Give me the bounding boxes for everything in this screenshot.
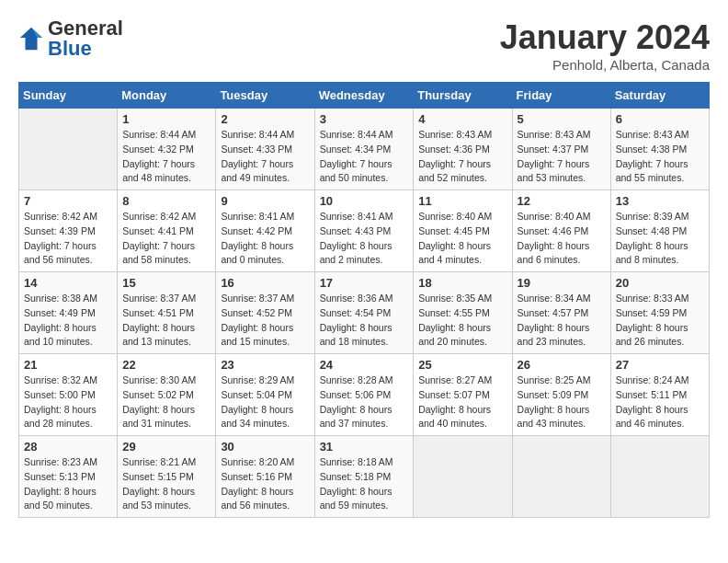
title-area: January 2024 Penhold, Alberta, Canada (500, 18, 710, 73)
calendar-table: SundayMondayTuesdayWednesdayThursdayFrid… (18, 82, 710, 518)
day-number: 4 (418, 112, 506, 126)
calendar-cell: 29Sunrise: 8:21 AMSunset: 5:15 PMDayligh… (118, 436, 216, 518)
day-info: Sunrise: 8:20 AMSunset: 5:16 PMDaylight:… (221, 455, 309, 513)
calendar-week-row: 1Sunrise: 8:44 AMSunset: 4:32 PMDaylight… (19, 109, 710, 190)
day-number: 2 (221, 112, 309, 126)
calendar-cell: 11Sunrise: 8:40 AMSunset: 4:45 PMDayligh… (414, 190, 512, 272)
day-number: 24 (320, 358, 409, 372)
day-number: 5 (518, 112, 606, 126)
day-number: 23 (221, 358, 309, 372)
day-info: Sunrise: 8:37 AMSunset: 4:52 PMDaylight:… (221, 292, 309, 350)
calendar-cell: 30Sunrise: 8:20 AMSunset: 5:16 PMDayligh… (216, 436, 314, 518)
calendar-cell: 21Sunrise: 8:32 AMSunset: 5:00 PMDayligh… (19, 354, 118, 436)
calendar-cell: 14Sunrise: 8:38 AMSunset: 4:49 PMDayligh… (19, 272, 118, 354)
calendar-week-row: 7Sunrise: 8:42 AMSunset: 4:39 PMDaylight… (19, 190, 710, 272)
day-number: 27 (616, 358, 704, 372)
day-number: 9 (221, 194, 309, 208)
day-info: Sunrise: 8:42 AMSunset: 4:41 PMDaylight:… (122, 210, 210, 268)
location-title: Penhold, Alberta, Canada (500, 57, 710, 73)
calendar-cell: 17Sunrise: 8:36 AMSunset: 4:54 PMDayligh… (314, 272, 414, 354)
calendar-header-row: SundayMondayTuesdayWednesdayThursdayFrid… (19, 83, 710, 109)
day-number: 22 (122, 358, 210, 372)
calendar-cell: 19Sunrise: 8:34 AMSunset: 4:57 PMDayligh… (512, 272, 610, 354)
calendar-cell: 2Sunrise: 8:44 AMSunset: 4:33 PMDaylight… (216, 109, 314, 190)
day-number: 17 (320, 276, 409, 290)
day-number: 1 (122, 112, 210, 126)
calendar-cell: 3Sunrise: 8:44 AMSunset: 4:34 PMDaylight… (314, 109, 414, 190)
day-number: 26 (518, 358, 606, 372)
day-info: Sunrise: 8:28 AMSunset: 5:06 PMDaylight:… (320, 373, 409, 431)
day-info: Sunrise: 8:40 AMSunset: 4:45 PMDaylight:… (418, 210, 506, 268)
day-number: 10 (320, 194, 409, 208)
calendar-cell: 6Sunrise: 8:43 AMSunset: 4:38 PMDaylight… (610, 109, 709, 190)
day-info: Sunrise: 8:35 AMSunset: 4:55 PMDaylight:… (418, 292, 506, 350)
calendar-cell (19, 109, 118, 190)
day-info: Sunrise: 8:40 AMSunset: 4:46 PMDaylight:… (518, 210, 606, 268)
day-number: 28 (24, 440, 112, 454)
day-number: 19 (518, 276, 606, 290)
day-info: Sunrise: 8:41 AMSunset: 4:42 PMDaylight:… (221, 210, 309, 268)
calendar-cell: 9Sunrise: 8:41 AMSunset: 4:42 PMDaylight… (216, 190, 314, 272)
calendar-cell: 26Sunrise: 8:25 AMSunset: 5:09 PMDayligh… (512, 354, 610, 436)
calendar-week-row: 28Sunrise: 8:23 AMSunset: 5:13 PMDayligh… (19, 436, 710, 518)
day-info: Sunrise: 8:21 AMSunset: 5:15 PMDaylight:… (122, 455, 210, 513)
day-number: 25 (418, 358, 506, 372)
day-number: 8 (122, 194, 210, 208)
day-number: 30 (221, 440, 309, 454)
day-info: Sunrise: 8:24 AMSunset: 5:11 PMDaylight:… (616, 373, 704, 431)
calendar-cell: 27Sunrise: 8:24 AMSunset: 5:11 PMDayligh… (610, 354, 709, 436)
calendar-cell: 25Sunrise: 8:27 AMSunset: 5:07 PMDayligh… (414, 354, 512, 436)
calendar-cell: 28Sunrise: 8:23 AMSunset: 5:13 PMDayligh… (19, 436, 118, 518)
day-header-saturday: Saturday (610, 83, 709, 109)
day-header-wednesday: Wednesday (314, 83, 414, 109)
day-info: Sunrise: 8:18 AMSunset: 5:18 PMDaylight:… (320, 455, 409, 513)
day-info: Sunrise: 8:36 AMSunset: 4:54 PMDaylight:… (320, 292, 409, 350)
day-number: 6 (616, 112, 704, 126)
calendar-cell: 23Sunrise: 8:29 AMSunset: 5:04 PMDayligh… (216, 354, 314, 436)
day-number: 16 (221, 276, 309, 290)
day-header-monday: Monday (118, 83, 216, 109)
day-info: Sunrise: 8:44 AMSunset: 4:34 PMDaylight:… (320, 128, 409, 186)
day-number: 14 (24, 276, 112, 290)
day-info: Sunrise: 8:44 AMSunset: 4:32 PMDaylight:… (122, 128, 210, 186)
calendar-cell: 15Sunrise: 8:37 AMSunset: 4:51 PMDayligh… (118, 272, 216, 354)
calendar-cell: 12Sunrise: 8:40 AMSunset: 4:46 PMDayligh… (512, 190, 610, 272)
calendar-cell (414, 436, 512, 518)
calendar-cell: 7Sunrise: 8:42 AMSunset: 4:39 PMDaylight… (19, 190, 118, 272)
day-info: Sunrise: 8:29 AMSunset: 5:04 PMDaylight:… (221, 373, 309, 431)
day-header-sunday: Sunday (19, 83, 118, 109)
day-number: 29 (122, 440, 210, 454)
day-number: 13 (616, 194, 704, 208)
day-info: Sunrise: 8:30 AMSunset: 5:02 PMDaylight:… (122, 373, 210, 431)
day-info: Sunrise: 8:43 AMSunset: 4:38 PMDaylight:… (616, 128, 704, 186)
calendar-week-row: 21Sunrise: 8:32 AMSunset: 5:00 PMDayligh… (19, 354, 710, 436)
calendar-cell: 13Sunrise: 8:39 AMSunset: 4:48 PMDayligh… (610, 190, 709, 272)
day-header-friday: Friday (512, 83, 610, 109)
day-info: Sunrise: 8:43 AMSunset: 4:36 PMDaylight:… (418, 128, 506, 186)
calendar-cell: 8Sunrise: 8:42 AMSunset: 4:41 PMDaylight… (118, 190, 216, 272)
calendar-cell (610, 436, 709, 518)
logo: General Blue (18, 18, 123, 59)
day-info: Sunrise: 8:37 AMSunset: 4:51 PMDaylight:… (122, 292, 210, 350)
logo-blue-text: Blue (48, 37, 92, 60)
calendar-cell: 20Sunrise: 8:33 AMSunset: 4:59 PMDayligh… (610, 272, 709, 354)
day-info: Sunrise: 8:23 AMSunset: 5:13 PMDaylight:… (24, 455, 112, 513)
calendar-cell: 16Sunrise: 8:37 AMSunset: 4:52 PMDayligh… (216, 272, 314, 354)
day-info: Sunrise: 8:34 AMSunset: 4:57 PMDaylight:… (518, 292, 606, 350)
calendar-cell: 1Sunrise: 8:44 AMSunset: 4:32 PMDaylight… (118, 109, 216, 190)
calendar-cell: 31Sunrise: 8:18 AMSunset: 5:18 PMDayligh… (314, 436, 414, 518)
day-info: Sunrise: 8:44 AMSunset: 4:33 PMDaylight:… (221, 128, 309, 186)
calendar-cell: 10Sunrise: 8:41 AMSunset: 4:43 PMDayligh… (314, 190, 414, 272)
calendar-body: 1Sunrise: 8:44 AMSunset: 4:32 PMDaylight… (19, 109, 710, 518)
calendar-cell: 22Sunrise: 8:30 AMSunset: 5:02 PMDayligh… (118, 354, 216, 436)
day-number: 7 (24, 194, 112, 208)
calendar-cell (512, 436, 610, 518)
day-info: Sunrise: 8:33 AMSunset: 4:59 PMDaylight:… (616, 292, 704, 350)
day-info: Sunrise: 8:41 AMSunset: 4:43 PMDaylight:… (320, 210, 409, 268)
calendar-cell: 4Sunrise: 8:43 AMSunset: 4:36 PMDaylight… (414, 109, 512, 190)
day-info: Sunrise: 8:32 AMSunset: 5:00 PMDaylight:… (24, 373, 112, 431)
day-info: Sunrise: 8:39 AMSunset: 4:48 PMDaylight:… (616, 210, 704, 268)
month-title: January 2024 (500, 18, 710, 57)
calendar-cell: 5Sunrise: 8:43 AMSunset: 4:37 PMDaylight… (512, 109, 610, 190)
calendar-cell: 24Sunrise: 8:28 AMSunset: 5:06 PMDayligh… (314, 354, 414, 436)
